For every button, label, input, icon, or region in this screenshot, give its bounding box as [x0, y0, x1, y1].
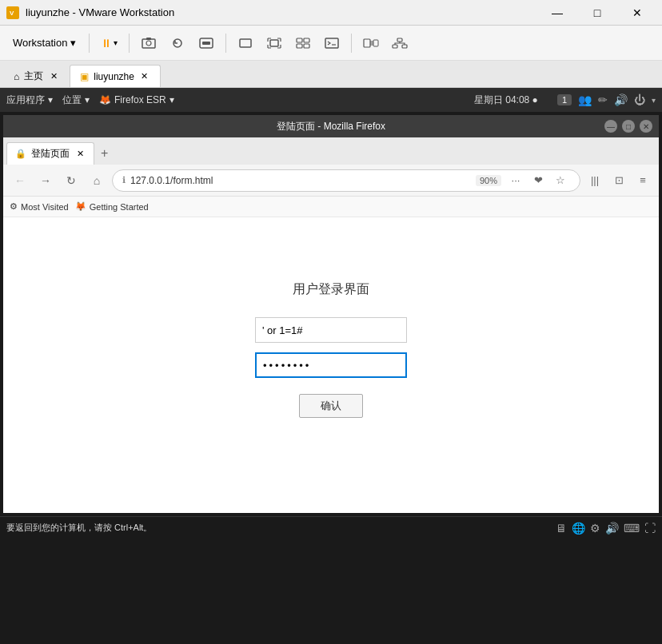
firefox-forward-button[interactable]: → [35, 170, 56, 191]
username-input[interactable] [255, 317, 407, 343]
toolbar-separator-3 [225, 34, 226, 53]
firefox-reload-button[interactable]: ↻ [61, 170, 82, 191]
submit-button[interactable]: 确认 [299, 394, 363, 418]
status-icon-sound: 🔊 [605, 522, 619, 535]
title-bar-controls: — □ ✕ [539, 0, 656, 26]
svg-text:V: V [10, 10, 14, 17]
svg-rect-8 [240, 39, 251, 47]
unity-button[interactable] [290, 30, 316, 56]
normal-view-button[interactable] [233, 30, 258, 56]
pause-button[interactable]: ⏸ ▾ [96, 34, 122, 53]
svg-rect-4 [146, 38, 151, 40]
password-input[interactable] [255, 352, 407, 378]
guest-apps-menu[interactable]: 应用程序 ▾ [6, 93, 53, 107]
address-bar-icons: ··· ❤ ☆ [506, 171, 570, 190]
snapshot-manager-button[interactable] [358, 30, 384, 56]
pause-dropdown: ▾ [114, 38, 118, 47]
firefox-new-tab-button[interactable]: + [96, 142, 113, 165]
firefox-address-input[interactable]: ℹ 127.0.0.1/form.html 90% ··· ❤ ☆ [112, 169, 580, 192]
guest-places-menu[interactable]: 位置 ▾ [62, 93, 90, 107]
status-icon-monitor: 🖥 [556, 522, 567, 535]
tab-vm-close[interactable]: ✕ [139, 71, 150, 82]
security-info-icon: ℹ [122, 175, 126, 185]
vm-icon: ▣ [80, 71, 89, 82]
tab-home-close[interactable]: ✕ [48, 71, 59, 82]
firefox-dropdown-icon: ▾ [169, 94, 174, 105]
svg-rect-17 [397, 38, 402, 42]
guest-firefox-label: Firefox ESR [114, 94, 166, 105]
title-bar-text: liuyunzhe - VMware Workstation [26, 6, 174, 18]
maximize-button[interactable]: □ [579, 0, 616, 26]
guest-power-icon[interactable]: ⏻ [634, 93, 645, 106]
vm-area: 应用程序 ▾ 位置 ▾ 🦊 Firefox ESR ▾ 星期日 04:08 ● … [0, 88, 662, 539]
tab-home[interactable]: ⌂ 主页 ✕ [3, 65, 70, 87]
places-dropdown-icon: ▾ [85, 94, 90, 105]
workstation-menu-button[interactable]: Workstation ▾ [6, 34, 82, 52]
title-bar: V liuyunzhe - VMware Workstation — □ ✕ [0, 0, 662, 26]
getting-started-label: Getting Started [90, 202, 149, 212]
login-form: 确认 [251, 317, 411, 418]
status-icon-usb: ⚙ [590, 522, 600, 535]
svg-rect-7 [202, 42, 210, 45]
svg-rect-19 [402, 45, 407, 48]
svg-rect-18 [393, 45, 397, 48]
firefox-icon: 🦊 [99, 94, 111, 105]
bookmark-most-visited[interactable]: ⚙ Most Visited [10, 201, 69, 212]
toolbar-separator-4 [351, 34, 352, 53]
send-ctrl-alt-del-button[interactable] [193, 30, 219, 56]
firefox-window-title: 登陆页面 - Mozilla Firefox [58, 120, 604, 133]
bookmark-getting-started[interactable]: 🦊 Getting Started [75, 201, 149, 212]
tab-vm-label: liuyunzhe [94, 71, 134, 82]
library-button[interactable]: ||| [585, 171, 604, 190]
guest-pen-icon: ✏ [598, 93, 608, 106]
vmware-icon: V [6, 6, 19, 19]
svg-rect-11 [304, 38, 309, 42]
snapshot-button[interactable] [136, 30, 162, 56]
minimize-button[interactable]: — [539, 0, 576, 26]
virtual-network-button[interactable] [387, 30, 413, 56]
status-bar-icons: 🖥 🌐 ⚙ 🔊 ⌨ ⛶ [556, 522, 656, 535]
pause-icon: ⏸ [101, 37, 112, 50]
firefox-tab-active[interactable]: 🔒 登陆页面 ✕ [6, 142, 94, 165]
firefox-menu-button[interactable]: ≡ [633, 171, 652, 190]
guest-badge: 1 [557, 94, 572, 105]
firefox-titlebar: 登陆页面 - Mozilla Firefox — □ ✕ [3, 115, 659, 137]
bookmark-button[interactable]: ☆ [551, 171, 570, 190]
firefox-bookmarks-bar: ⚙ Most Visited 🦊 Getting Started [3, 197, 659, 217]
home-icon: ⌂ [14, 71, 19, 82]
apps-dropdown-icon: ▾ [48, 94, 53, 105]
guest-datetime: 星期日 04:08 ● [474, 93, 538, 107]
webpage-content: 用户登录界面 确认 [3, 217, 659, 513]
svg-rect-15 [364, 39, 370, 47]
guest-power-dropdown: ▾ [652, 96, 656, 105]
sidebar-toggle-button[interactable]: ⊡ [609, 171, 628, 190]
more-options-button[interactable]: ··· [506, 171, 525, 190]
status-icon-fullscreen[interactable]: ⛶ [644, 522, 656, 535]
console-button[interactable] [319, 30, 345, 56]
dropdown-arrow: ▾ [70, 37, 76, 49]
getting-started-icon: 🦊 [75, 201, 86, 212]
firefox-close-button[interactable]: ✕ [640, 120, 652, 133]
full-screen-button[interactable] [261, 30, 287, 56]
guest-firefox-menu[interactable]: 🦊 Firefox ESR ▾ [99, 94, 174, 105]
reader-mode-button[interactable]: ❤ [528, 171, 548, 190]
firefox-window-controls: — □ ✕ [604, 120, 652, 133]
status-icon-keyboard: ⌨ [624, 522, 640, 535]
zoom-level: 90% [476, 175, 501, 186]
vm-status-bar: 要返回到您的计算机，请按 Ctrl+Alt。 🖥 🌐 ⚙ 🔊 ⌨ ⛶ [0, 516, 662, 539]
firefox-tab-close-button[interactable]: ✕ [74, 149, 86, 160]
firefox-maximize-button[interactable]: □ [622, 120, 635, 133]
most-visited-icon: ⚙ [10, 201, 18, 212]
firefox-minimize-button[interactable]: — [604, 120, 617, 133]
most-visited-label: Most Visited [21, 202, 69, 212]
guest-volume-icon: 🔊 [614, 93, 628, 106]
firefox-back-button[interactable]: ← [10, 170, 30, 191]
firefox-home-button[interactable]: ⌂ [86, 170, 107, 191]
status-icon-network: 🌐 [572, 522, 585, 535]
tab-home-label: 主页 [24, 70, 43, 83]
revert-button[interactable] [165, 30, 190, 56]
tab-vm[interactable]: ▣ liuyunzhe ✕ [70, 65, 161, 87]
close-button[interactable]: ✕ [619, 0, 656, 26]
guest-topbar: 应用程序 ▾ 位置 ▾ 🦊 Firefox ESR ▾ 星期日 04:08 ● … [0, 88, 662, 112]
address-text: 127.0.0.1/form.html [130, 175, 213, 186]
